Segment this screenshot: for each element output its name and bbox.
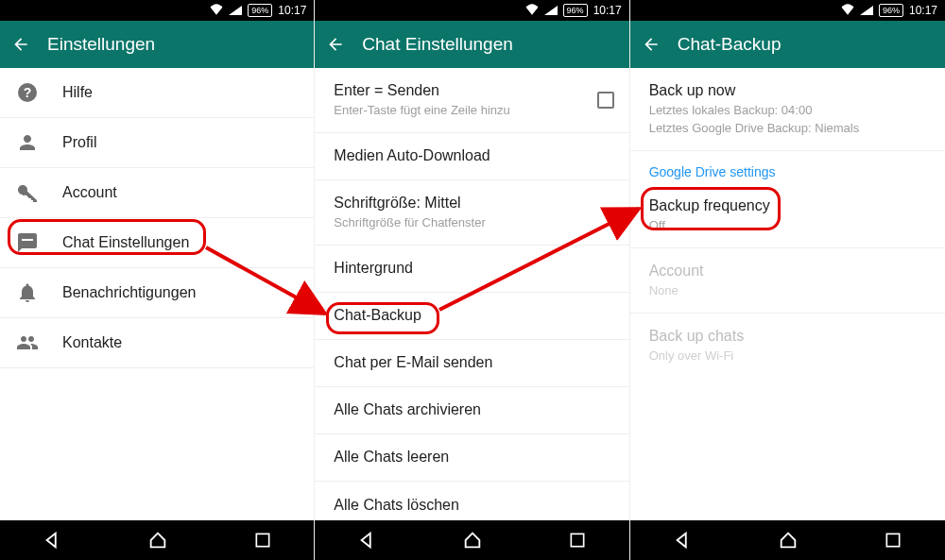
row-label: Medien Auto-Download [334,147,490,163]
row-label: Back up chats [649,328,745,344]
screen-chat-backup: 96% 10:17 Chat-Backup Back up nowLetztes… [630,0,945,560]
row-font-size[interactable]: Schriftgröße: MittelSchriftgröße für Cha… [315,180,628,246]
chat-settings-list: Enter = SendenEnter-Taste fügt eine Zeil… [315,68,628,520]
wifi-icon [525,4,539,17]
key-icon [15,181,40,204]
row-label: Account [62,184,117,200]
row-contacts[interactable]: Kontakte [0,318,314,368]
row-email-chat[interactable]: Chat per E-Mail senden [315,340,628,387]
row-clear-all[interactable]: Alle Chats leeren [315,434,628,482]
row-sub: Off [649,218,665,232]
row-label: Back up now [649,82,736,98]
nav-recent-icon[interactable] [568,531,587,550]
row-label: Kontakte [62,334,122,350]
row-archive-all[interactable]: Alle Chats archivieren [315,387,628,434]
back-button[interactable] [326,35,345,54]
row-backup-now[interactable]: Back up nowLetztes lokales Backup: 04:00… [630,68,945,151]
nav-bar [630,520,945,560]
wifi-icon [841,4,854,17]
row-backup-over: Back up chatsOnly over Wi-Fi [630,314,945,378]
signal-icon [860,6,873,15]
row-notifications[interactable]: Benachrichtigungen [0,268,314,318]
nav-home-icon[interactable] [778,530,799,551]
row-label: Account [649,263,704,279]
row-wallpaper[interactable]: Hintergrund [315,246,628,293]
row-chat-backup[interactable]: Chat-Backup [315,293,628,340]
nav-home-icon[interactable] [462,530,483,551]
nav-back-icon[interactable] [357,530,378,551]
status-time: 10:17 [593,4,622,17]
status-bar: 96% 10:17 [0,0,314,21]
row-label: Chat Einstellungen [62,234,189,250]
row-label: Alle Chats löschen [334,497,459,513]
row-label: Enter = Senden [334,82,439,98]
appbar-title: Chat-Backup [678,34,782,55]
status-bar: 96% 10:17 [315,0,628,21]
nav-home-icon[interactable] [147,530,168,551]
row-label: Alle Chats archivieren [334,401,481,417]
row-sub: Only over Wi-Fi [649,348,734,363]
back-button[interactable] [642,35,661,54]
status-time: 10:17 [278,4,306,17]
signal-icon [229,6,242,15]
row-chat-settings[interactable]: Chat Einstellungen [0,218,314,268]
nav-recent-icon[interactable] [884,531,902,550]
row-sub: Letztes lokales Backup: 04:00 Letztes Go… [649,103,860,135]
appbar-title: Einstellungen [47,34,155,55]
checkbox[interactable] [597,92,614,109]
screen-chat-settings: 96% 10:17 Chat Einstellungen Enter = Sen… [315,0,629,560]
row-media-autodownload[interactable]: Medien Auto-Download [315,133,628,180]
row-label: Schriftgröße: Mittel [334,195,460,211]
wifi-icon [210,4,223,17]
svg-rect-2 [256,534,268,546]
appbar: Chat Einstellungen [315,21,628,68]
battery-badge: 96% [563,4,588,17]
battery-badge: 96% [248,4,272,17]
signal-icon [544,6,558,15]
backup-list: Back up nowLetztes lokales Backup: 04:00… [630,68,945,520]
status-bar: 96% 10:17 [630,0,945,21]
help-icon: ? [15,81,40,104]
row-backup-frequency[interactable]: Backup frequencyOff [630,183,945,248]
row-label: Backup frequency [649,197,770,213]
nav-recent-icon[interactable] [253,531,272,550]
appbar-title: Chat Einstellungen [362,34,513,55]
nav-back-icon[interactable] [673,530,694,551]
person-icon [15,131,40,154]
row-help[interactable]: ? Hilfe [0,68,314,118]
row-label: Profil [62,134,96,150]
row-label: Hintergrund [334,260,413,276]
battery-badge: 96% [879,4,903,17]
nav-bar [0,520,314,560]
row-label: Chat-Backup [334,307,421,323]
row-profile[interactable]: Profil [0,118,314,168]
bell-icon [15,281,40,304]
row-label: Alle Chats leeren [334,449,449,465]
back-button[interactable] [11,35,30,54]
row-delete-all[interactable]: Alle Chats löschen [315,482,628,520]
row-sub: None [649,283,679,297]
row-sub: Schriftgröße für Chatfenster [334,215,485,229]
people-icon [15,331,40,354]
nav-back-icon[interactable] [43,530,63,551]
status-time: 10:17 [909,4,937,17]
row-enter-send[interactable]: Enter = SendenEnter-Taste fügt eine Zeil… [315,68,628,133]
row-label: Chat per E-Mail senden [334,354,492,370]
row-sub: Enter-Taste fügt eine Zeile hinzu [334,103,509,117]
svg-rect-3 [571,534,583,546]
appbar: Einstellungen [0,21,314,68]
screen-settings: 96% 10:17 Einstellungen ? Hilfe Profil A… [0,0,315,560]
svg-rect-4 [886,534,899,546]
settings-list: ? Hilfe Profil Account Chat Einstellunge… [0,68,314,520]
section-header-gdrive: Google Drive settings [630,151,945,183]
row-account[interactable]: Account [0,168,314,218]
row-label: Hilfe [62,84,93,100]
row-label: Benachrichtigungen [62,284,196,300]
chat-icon [15,231,40,254]
svg-text:?: ? [24,85,32,100]
nav-bar [315,520,628,560]
appbar: Chat-Backup [630,21,945,68]
row-backup-account: AccountNone [630,248,945,314]
